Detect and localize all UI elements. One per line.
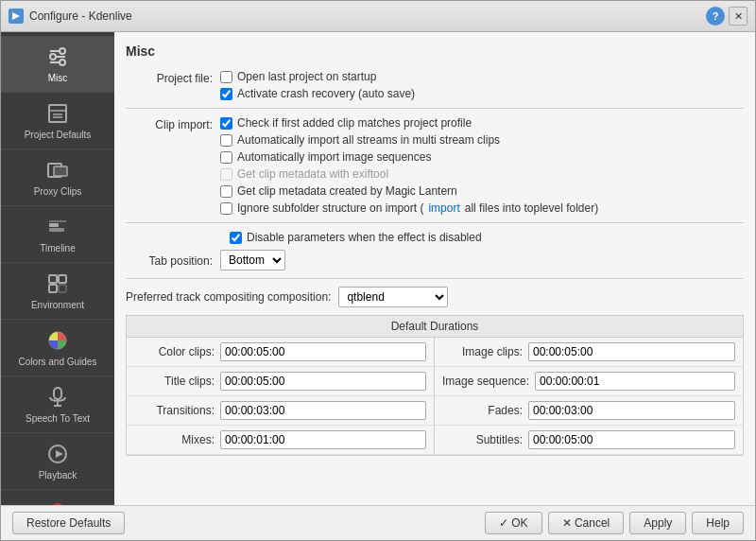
check-clip-profile-label: Check if first added clip matches projec…	[237, 116, 472, 130]
sidebar-item-speech-to-text[interactable]: Speech To Text	[1, 376, 114, 433]
environment-icon	[44, 270, 71, 297]
compositing-label: Preferred track compositing composition:	[126, 290, 338, 304]
duration-image-sequence: Image sequence:	[435, 367, 743, 396]
project-file-section: Project file: Open last project on start…	[126, 70, 744, 100]
cancel-button[interactable]: ✕ Cancel	[548, 512, 625, 534]
sidebar-item-environment[interactable]: Environment	[1, 263, 114, 320]
subtitles-input[interactable]	[528, 430, 735, 449]
compositing-section: Preferred track compositing composition:…	[126, 287, 744, 307]
sidebar-item-misc[interactable]: Misc	[1, 36, 114, 93]
tab-position-label: Tab position:	[126, 253, 220, 268]
open-last-project-label: Open last project on startup	[237, 70, 376, 83]
tab-position-select[interactable]: Bottom Top Left Right	[220, 250, 285, 270]
window-title: Configure - Kdenlive	[29, 9, 132, 23]
get-metadata-exiftool-label: Get clip metadata with exiftool	[237, 167, 388, 181]
duration-title-clips: Title clips:	[127, 367, 435, 396]
sidebar-item-colors-guides[interactable]: Colors and Guides	[1, 320, 114, 376]
open-last-project-row[interactable]: Open last project on startup	[220, 70, 744, 83]
get-metadata-magic-row[interactable]: Get clip metadata created by Magic Lante…	[220, 184, 744, 198]
auto-import-streams-row[interactable]: Automatically import all streams in mult…	[220, 133, 744, 147]
apply-button[interactable]: Apply	[629, 512, 686, 534]
svg-marker-25	[56, 450, 63, 458]
timeline-icon	[44, 214, 71, 240]
divider-2	[126, 222, 744, 223]
page-title: Misc	[126, 44, 744, 59]
svg-rect-7	[49, 105, 66, 122]
playback-icon	[44, 441, 71, 467]
sidebar-item-capture[interactable]: Capture	[1, 490, 114, 505]
check-clip-profile-row[interactable]: Check if first added clip matches projec…	[220, 116, 744, 130]
help-button[interactable]: Help	[692, 512, 744, 534]
mixes-label: Mixes:	[134, 433, 215, 446]
get-metadata-magic-label: Get clip metadata created by Magic Lante…	[237, 184, 457, 198]
transitions-label: Transitions:	[134, 404, 215, 417]
close-button[interactable]: ✕	[729, 7, 747, 26]
tab-position-section: Tab position: Bottom Top Left Right	[126, 250, 744, 270]
fades-input[interactable]	[528, 401, 735, 420]
restore-defaults-button[interactable]: Restore Defaults	[12, 512, 125, 534]
ok-button[interactable]: ✓ OK	[485, 512, 542, 534]
durations-header: Default Durations	[127, 316, 743, 338]
help-icon-button[interactable]: ?	[706, 7, 725, 26]
duration-image-clips: Image clips:	[435, 338, 743, 367]
svg-rect-19	[59, 285, 66, 292]
duration-color-clips: Color clips:	[127, 338, 435, 367]
image-clips-label: Image clips:	[442, 345, 523, 358]
ignore-subfolder-label-prefix: Ignore subfolder structure on import (	[237, 201, 423, 215]
auto-import-sequences-row[interactable]: Automatically import image sequences	[220, 150, 744, 164]
title-clips-input[interactable]	[220, 372, 426, 391]
project-defaults-icon	[44, 100, 71, 127]
bottom-right-buttons: ✓ OK ✕ Cancel Apply Help	[485, 512, 744, 534]
sidebar-colors-label: Colors and Guides	[19, 357, 97, 368]
sidebar-timeline-label: Timeline	[40, 243, 75, 254]
main-window: Configure - Kdenlive ? ✕	[0, 0, 756, 541]
auto-import-sequences-checkbox[interactable]	[220, 151, 232, 164]
sidebar-playback-label: Playback	[39, 470, 77, 481]
ignore-subfolder-label-suffix: all files into toplevel folder)	[465, 201, 598, 215]
get-metadata-magic-checkbox[interactable]	[220, 185, 232, 198]
divider-3	[126, 278, 744, 279]
sidebar-item-proxy-clips[interactable]: Proxy Clips	[1, 149, 114, 206]
open-last-project-checkbox[interactable]	[220, 71, 232, 83]
disable-params-row[interactable]: Disable parameters when the effect is di…	[230, 231, 482, 244]
crash-recovery-label: Activate crash recovery (auto save)	[237, 87, 415, 100]
svg-rect-16	[49, 275, 57, 283]
sidebar-item-project-defaults[interactable]: Project Defaults	[1, 93, 114, 149]
svg-marker-0	[12, 12, 20, 20]
colors-guides-icon	[44, 327, 71, 354]
sidebar-speech-label: Speech To Text	[26, 413, 90, 425]
svg-rect-13	[49, 223, 59, 227]
color-clips-label: Color clips:	[134, 345, 215, 358]
clip-import-content: Check if first added clip matches projec…	[220, 116, 744, 215]
transitions-input[interactable]	[220, 401, 426, 420]
capture-icon	[44, 497, 71, 505]
bottom-bar: Restore Defaults ✓ OK ✕ Cancel Apply Hel…	[1, 505, 755, 540]
color-clips-input[interactable]	[220, 342, 426, 361]
proxy-clips-icon	[44, 157, 71, 183]
mixes-input[interactable]	[220, 430, 426, 449]
crash-recovery-row[interactable]: Activate crash recovery (auto save)	[220, 87, 744, 100]
image-sequence-input[interactable]	[535, 372, 735, 391]
import-link[interactable]: import	[428, 201, 459, 215]
clip-import-label: Clip import:	[126, 116, 220, 131]
durations-grid: Color clips: Image clips: Title clips: I…	[127, 338, 743, 455]
image-clips-input[interactable]	[528, 342, 735, 361]
project-file-content: Open last project on startup Activate cr…	[220, 70, 744, 100]
fades-label: Fades:	[442, 404, 523, 417]
ignore-subfolder-row[interactable]: Ignore subfolder structure on import (im…	[220, 201, 744, 215]
auto-import-streams-checkbox[interactable]	[220, 134, 232, 147]
divider-1	[126, 108, 744, 109]
svg-rect-12	[54, 166, 67, 176]
sidebar-item-playback[interactable]: Playback	[1, 433, 114, 490]
get-metadata-exiftool-row: Get clip metadata with exiftool	[220, 167, 744, 181]
sidebar-proxy-label: Proxy Clips	[34, 186, 82, 198]
check-clip-profile-checkbox[interactable]	[220, 117, 232, 130]
disable-params-label: Disable parameters when the effect is di…	[247, 231, 482, 244]
disable-params-checkbox[interactable]	[230, 232, 242, 244]
sidebar-item-timeline[interactable]: Timeline	[1, 206, 114, 263]
auto-import-streams-label: Automatically import all streams in mult…	[237, 133, 500, 147]
compositing-select[interactable]: qtblend frei0r.cairoblend movit.overlay	[338, 287, 448, 307]
crash-recovery-checkbox[interactable]	[220, 88, 232, 100]
subtitles-label: Subtitles:	[442, 433, 523, 446]
ignore-subfolder-checkbox[interactable]	[220, 202, 232, 215]
